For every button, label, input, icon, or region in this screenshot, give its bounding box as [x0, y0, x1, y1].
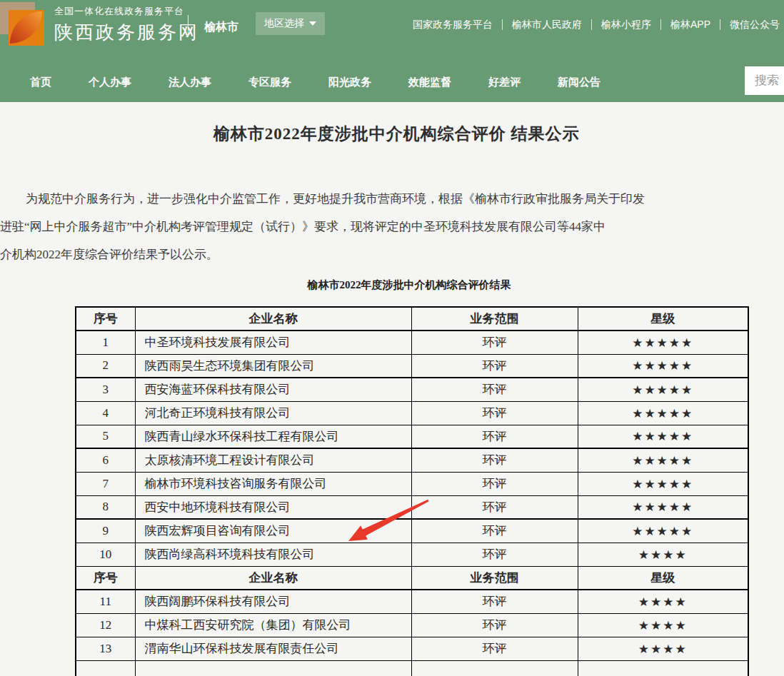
cell-name: 中圣环境科技发展有限公司 [135, 331, 411, 354]
link-separator [591, 19, 592, 30]
table-row: 4 河北奇正环境科技有限公司 环评 ★★★★★ [76, 401, 748, 425]
table-row: 5 陕西青山绿水环保科技工程有限公司 环评 ★★★★★ [76, 425, 748, 448]
cell-stars: ★★★★★ [578, 331, 748, 354]
cell-stars: ★★★★★ [578, 401, 748, 425]
cell-scope: 环评 [411, 637, 578, 660]
link-separator [720, 19, 720, 30]
cell-no: 11 [76, 590, 135, 613]
cell-name: 陕西尚绿高科环境科技有限公司 [135, 543, 411, 566]
cell-name: 渭南华山环保科技发展有限责任公司 [135, 637, 411, 660]
table-header-row: 序号 企业名称 业务范围 星级 [76, 307, 748, 331]
cell-stars: ★★★★★ [578, 425, 748, 448]
table-caption: 榆林市2022年度涉批中介机构综合评价结果 [0, 278, 784, 292]
cell-no: 12 [76, 613, 135, 637]
page-title: 榆林市2022年度涉批中介机构综合评价 结果公示 [0, 123, 784, 145]
table-row: 10 陕西尚绿高科环境科技有限公司 环评 ★★★★ [76, 543, 748, 566]
link-separator [502, 19, 503, 30]
paragraph-line: 介机构2022年度综合评价结果予以公示。 [0, 241, 784, 268]
cell-scope: 环评 [411, 425, 578, 448]
nav-item-review[interactable]: 好差评 [488, 76, 521, 89]
table-header-row: 序号 企业名称 业务范围 星级 [76, 566, 748, 590]
cell-no: 7 [76, 472, 135, 495]
header-divider [188, 15, 189, 37]
cell-no: 8 [76, 495, 135, 519]
cell-name: 陕西阔鹏环保科技有限公司 [135, 590, 411, 613]
cell-name: 河北奇正环境科技有限公司 [135, 401, 411, 425]
cell-scope: 环评 [411, 401, 578, 425]
cell-scope: 环评 [411, 590, 578, 613]
table-row: 1 中圣环境科技发展有限公司 环评 ★★★★★ [76, 331, 748, 354]
site-logo[interactable] [0, 1, 46, 47]
table-row: 12 中煤科工西安研究院（集团）有限公司 环评 ★★★★ [76, 613, 748, 637]
cell-stars: ★★★★★ [578, 354, 748, 378]
site-header: 全国一体化在线政务服务平台 陕西政务服务网 榆林市 地区选择 国家政务服务平台 … [0, 0, 784, 102]
cell-scope: 环评 [411, 448, 578, 472]
col-header-name: 企业名称 [135, 566, 411, 590]
cell-name: 中煤科工西安研究院（集团）有限公司 [135, 613, 411, 637]
brand-block: 全国一体化在线政务服务平台 陕西政务服务网 [54, 5, 199, 45]
cell-scope: 环评 [411, 543, 578, 566]
cell-stars: ★★★★★ [578, 378, 748, 401]
nav-item-personal-services[interactable]: 个人办事 [89, 76, 131, 89]
cell-stars: ★★★★★ [578, 448, 748, 472]
cell-no: 4 [76, 401, 135, 425]
chevron-down-icon [309, 21, 316, 26]
region-selector-label: 地区选择 [264, 17, 304, 30]
cell-stars: ★★★★ [578, 590, 748, 613]
cell-no: 2 [76, 354, 135, 378]
logo-orange-square [9, 10, 44, 46]
table-row-partial [76, 660, 748, 676]
paragraph-line: 进驻“网上中介服务超市”中介机构考评管理规定（试行）》要求，现将评定的中圣环境科… [0, 213, 784, 241]
table-row: 3 西安海蓝环保科技有限公司 环评 ★★★★★ [76, 378, 748, 401]
nav-item-legal-services[interactable]: 法人办事 [169, 76, 211, 89]
cell-no: 3 [76, 378, 135, 401]
cell-name: 太原核清环境工程设计有限公司 [135, 448, 411, 472]
col-header-no: 序号 [76, 566, 135, 590]
cell-stars: ★★★★ [578, 543, 748, 566]
table-row: 13 渭南华山环保科技发展有限责任公司 环评 ★★★★ [76, 637, 748, 660]
logo-leaf-icon [10, 11, 42, 44]
table-row: 9 陕西宏辉项目咨询有限公司 环评 ★★★★★ [76, 519, 748, 543]
main-nav: 首页 个人办事 法人办事 专区服务 阳光政务 效能监督 好差评 新闻公告 [0, 63, 784, 102]
cell-scope: 环评 [411, 378, 578, 401]
col-header-scope: 业务范围 [411, 307, 578, 331]
nav-item-sunshine-gov[interactable]: 阳光政务 [328, 76, 371, 89]
table-row: 2 陕西雨昊生态环境集团有限公司 环评 ★★★★★ [76, 354, 748, 378]
cell-name: 西安海蓝环保科技有限公司 [135, 378, 411, 401]
header-link-wechat[interactable]: 微信公众号 [730, 19, 780, 31]
current-city-label: 榆林市 [204, 20, 238, 35]
cell-scope: 环评 [411, 519, 578, 543]
nav-item-efficiency-supervision[interactable]: 效能监督 [408, 76, 451, 89]
nav-item-zone-services[interactable]: 专区服务 [248, 76, 291, 89]
cell-no: 13 [76, 637, 135, 660]
cell-name: 陕西青山绿水环保科技工程有限公司 [135, 425, 411, 448]
announcement-paragraph: 为规范中介服务行为，进一步强化中介监管工作，更好地提升我市营商环境，根据《榆林市… [0, 185, 784, 268]
header-link-app[interactable]: 榆林APP [670, 19, 710, 31]
cell-no: 6 [76, 448, 135, 472]
header-link-national-platform[interactable]: 国家政务服务平台 [413, 19, 493, 31]
platform-title: 全国一体化在线政务服务平台 [54, 5, 199, 18]
region-selector-button[interactable]: 地区选择 [256, 12, 325, 35]
link-separator [660, 19, 661, 30]
cell-name: 陕西宏辉项目咨询有限公司 [135, 519, 411, 543]
header-link-city-government[interactable]: 榆林市人民政府 [512, 19, 582, 31]
col-header-stars: 星级 [578, 307, 748, 331]
evaluation-table: 序号 企业名称 业务范围 星级 1 中圣环境科技发展有限公司 环评 ★★★★★ … [75, 306, 749, 676]
announcement-page: 榆林市2022年度涉批中介机构综合评价 结果公示 为规范中介服务行为，进一步强化… [0, 123, 784, 676]
nav-item-news[interactable]: 新闻公告 [558, 76, 600, 89]
cell-stars: ★★★★ [578, 637, 748, 660]
header-link-mini-program[interactable]: 榆林小程序 [601, 19, 651, 31]
nav-item-home[interactable]: 首页 [30, 76, 51, 89]
cell-no: 10 [76, 543, 135, 566]
cell-name: 陕西雨昊生态环境集团有限公司 [135, 354, 411, 378]
cell-scope: 环评 [411, 495, 578, 519]
cell-stars: ★★★★★ [578, 519, 748, 543]
search-input[interactable] [745, 66, 784, 95]
cell-name: 榆林市环境科技咨询服务有限公司 [135, 472, 411, 495]
cell-no: 9 [76, 519, 135, 543]
header-links: 国家政务服务平台 榆林市人民政府 榆林小程序 榆林APP 微信公众号 注册 [413, 18, 784, 31]
header-top-row: 全国一体化在线政务服务平台 陕西政务服务网 榆林市 地区选择 国家政务服务平台 … [0, 0, 784, 63]
table-row: 7 榆林市环境科技咨询服务有限公司 环评 ★★★★★ [76, 472, 748, 495]
paragraph-line: 为规范中介服务行为，进一步强化中介监管工作，更好地提升我市营商环境，根据《榆林市… [0, 185, 784, 213]
cell-scope: 环评 [411, 354, 578, 378]
